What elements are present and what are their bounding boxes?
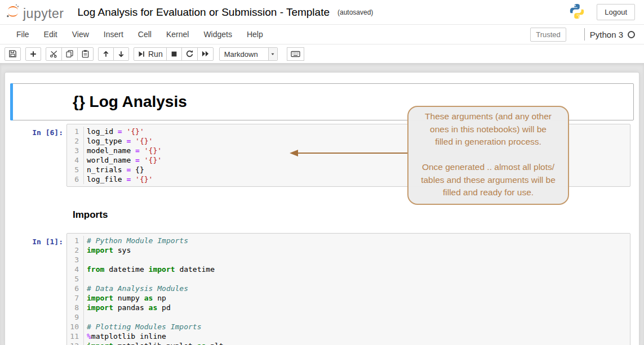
line-number: 12 [67,341,84,345]
code-text: # Python Module Imports [84,236,188,245]
command-palette-button[interactable] [287,47,304,61]
paste-button[interactable] [77,47,94,61]
markdown-content: {} Log Analysis [66,87,187,117]
cell-prompt: In [6]: [14,124,66,187]
line-number: 2 [67,136,84,146]
code-line: 11%matplotlib inline [67,331,630,341]
selected-cell-indicator [10,83,13,120]
kernel-name: Python 3 [590,30,623,39]
line-number: 7 [67,293,84,303]
line-number: 1 [67,127,84,136]
toolbar-button-group [25,47,41,61]
autosave-status: (autosaved) [337,8,373,16]
code-text: import numpy as np [84,293,166,303]
line-number: 1 [67,236,84,245]
code-text: log_id = '{}' [84,127,144,136]
line-number: 3 [67,255,84,265]
menu-item-view[interactable]: View [65,25,96,43]
line-number: 9 [67,312,84,322]
jupyter-logo[interactable]: jupyter [6,4,64,21]
code-text: log_file = '{}' [84,174,153,184]
cell-type-dropdown[interactable]: Markdown [219,47,278,61]
restart-button[interactable] [181,47,198,61]
callout-arrow [290,150,407,156]
python-logo-icon [569,3,585,22]
run-all-button[interactable] [197,47,214,61]
menu-item-cell[interactable]: Cell [131,25,159,43]
logout-button[interactable]: Logout [597,4,635,20]
code-text: import matplotlib.pyplot as plt [84,341,224,345]
menu-item-insert[interactable]: Insert [96,25,131,43]
code-cell[interactable]: In [1]:1# Python Module Imports2import s… [10,230,634,345]
markdown-heading: {} Log Analysis [73,93,187,111]
run-all-icon [201,50,210,58]
line-number: 8 [67,303,84,312]
move-down-icon [117,50,125,58]
code-text: import pandas as pd [84,303,171,312]
code-line: 10# Plotting Modules Imports [67,322,630,331]
run-button-label: Run [148,50,163,59]
paste-icon [81,50,90,58]
arrow-head-icon [290,150,298,156]
jupyter-logo-icon [6,4,20,21]
interrupt-icon [170,50,178,58]
run-icon [137,50,145,58]
line-number: 5 [67,165,84,174]
menu-item-edit[interactable]: Edit [37,25,65,43]
interrupt-button[interactable] [166,47,182,61]
code-line: 12import matplotlib.pyplot as plt [67,341,630,345]
save-button[interactable] [5,47,21,61]
copy-icon [65,50,74,58]
line-number: 6 [67,284,84,293]
notebook-header: jupyter Log Analysis for Evaluation or S… [0,0,644,25]
move-up-button[interactable] [98,47,114,61]
line-number: 5 [67,274,84,284]
code-line: 6# Data Analysis Modules [67,284,630,293]
line-number: 10 [67,322,84,331]
cut-button[interactable] [46,47,62,61]
code-input-area[interactable]: 1# Python Module Imports2import sys34fro… [66,233,630,345]
insert-cell-icon [29,50,37,58]
copy-button[interactable] [61,47,78,61]
insert-cell-button[interactable] [25,47,41,61]
code-text: # Data Analysis Modules [84,284,188,293]
move-up-icon [102,50,110,58]
code-text: log_type = '{}' [84,136,153,146]
annotation-callout: These arguments (and any otherones in th… [407,106,569,205]
menu-item-help[interactable]: Help [239,25,270,43]
code-line: 2import sys [67,245,630,255]
notebook-title[interactable]: Log Analysis for Evaluation or Submissio… [78,6,330,19]
menu-item-kernel[interactable]: Kernel [159,25,196,43]
code-text: # Plotting Modules Imports [84,322,202,331]
save-icon [8,50,17,58]
menu-list: FileEditViewInsertCellKernelWidgetsHelp [9,25,270,43]
jupyter-notebook-page: jupyter Log Analysis for Evaluation or S… [0,0,644,345]
menubar: FileEditViewInsertCellKernelWidgetsHelp … [0,25,644,44]
run-button[interactable]: Run [134,47,167,61]
toolbar-button-group [98,47,129,61]
caret-down-icon[interactable] [268,48,277,60]
code-text [84,274,87,284]
menu-item-file[interactable]: File [9,25,37,43]
markdown-heading: Imports [73,209,108,221]
keyboard-icon [291,50,300,58]
code-text: import sys [84,245,131,255]
cell-prompt [14,87,66,117]
toolbar-button-group [46,47,94,61]
code-line: 5 [67,274,630,284]
code-text: n_trials = {} [84,165,144,174]
cell-prompt [14,194,66,226]
trusted-badge[interactable]: Trusted [530,28,566,42]
callout-text-line [412,149,565,162]
move-down-button[interactable] [113,47,129,61]
line-number: 2 [67,245,84,255]
code-line: 4from datetime import datetime [67,265,630,274]
cell-prompt: In [1]: [14,233,66,345]
callout-text-line: tables and these arguments will be [412,174,565,187]
code-line: 3 [67,255,630,265]
callout-text-line: These arguments (and any other [412,110,565,123]
line-number: 3 [67,146,84,155]
code-text: from datetime import datetime [84,265,215,274]
menu-item-widgets[interactable]: Widgets [196,25,239,43]
line-number: 6 [67,174,84,184]
